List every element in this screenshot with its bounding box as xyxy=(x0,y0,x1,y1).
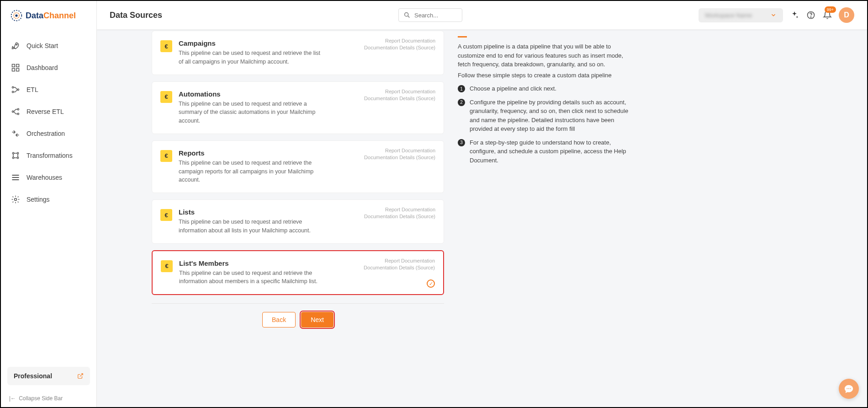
divider xyxy=(152,303,444,304)
pipeline-links: Report DocumentationDocumentation Detail… xyxy=(364,38,435,52)
back-button[interactable]: Back xyxy=(262,312,296,327)
collapse-sidebar[interactable]: |← Collapse Side Bar xyxy=(1,390,96,407)
pipeline-links: Report DocumentationDocumentation Detail… xyxy=(364,258,435,272)
pipeline-desc: This pipeline can be used to request and… xyxy=(179,100,325,125)
search-box[interactable] xyxy=(398,8,462,22)
step-number-icon: 3 xyxy=(458,139,465,146)
pipeline-desc: This pipeline can be used to request and… xyxy=(179,269,325,286)
rocket-icon xyxy=(11,41,20,50)
svg-point-13 xyxy=(12,111,14,112)
step-number-icon: 2 xyxy=(458,99,465,106)
doc-details-link[interactable]: Documentation Details (Source) xyxy=(364,44,435,51)
pipeline-desc: This pipeline can be used to request and… xyxy=(179,49,325,66)
report-doc-link[interactable]: Report Documentation xyxy=(364,38,435,44)
avatar[interactable]: D xyxy=(839,7,854,23)
report-doc-link[interactable]: Report Documentation xyxy=(364,206,435,213)
sidebar-item-label: Warehouses xyxy=(26,174,62,181)
search-input[interactable] xyxy=(414,12,457,19)
svg-point-16 xyxy=(12,157,14,158)
workspace-name: Workspace Name xyxy=(705,12,752,19)
svg-point-18 xyxy=(15,199,17,201)
external-link-icon xyxy=(77,373,84,379)
workspace-dropdown[interactable]: Workspace Name xyxy=(699,8,783,22)
report-doc-link[interactable]: Report Documentation xyxy=(364,258,435,264)
report-doc-link[interactable]: Report Documentation xyxy=(364,147,435,154)
sidebar-item-label: Settings xyxy=(26,196,50,203)
plan-box[interactable]: Professional xyxy=(7,367,90,385)
chat-icon xyxy=(844,384,854,394)
svg-rect-7 xyxy=(16,69,19,71)
logo[interactable]: DataChannel xyxy=(1,1,96,30)
collapse-label: Collapse Side Bar xyxy=(19,395,63,402)
help-steps: 1Choose a pipeline and click next.2Confi… xyxy=(458,84,631,165)
sidebar-item-orchestration[interactable]: Orchestration xyxy=(1,123,96,145)
help-title-cutoff xyxy=(458,31,631,33)
pipeline-card[interactable]: €CampaignsThis pipeline can be used to r… xyxy=(152,31,444,75)
reverse-icon xyxy=(11,107,20,116)
sidebar-item-reverse-etl[interactable]: Reverse ETL xyxy=(1,101,96,123)
sidebar-item-label: Dashboard xyxy=(26,64,58,71)
pipeline-card[interactable]: €ReportsThis pipeline can be used to req… xyxy=(152,140,444,193)
list-icon xyxy=(11,173,20,182)
step-number-icon: 1 xyxy=(458,85,465,92)
sidebar-item-transformations[interactable]: Transformations xyxy=(1,145,96,166)
nav: Quick Start Dashboard ETL Reverse ETL Or… xyxy=(1,30,96,362)
svg-point-24 xyxy=(850,388,851,389)
mailchimp-icon: € xyxy=(160,209,172,221)
svg-point-12 xyxy=(17,113,19,114)
sidebar-item-settings[interactable]: Settings xyxy=(1,188,96,210)
pipeline-card[interactable]: €List's MembersThis pipeline can be used… xyxy=(152,250,444,295)
svg-point-2 xyxy=(15,14,17,16)
next-button[interactable]: Next xyxy=(301,312,333,327)
chat-fab[interactable] xyxy=(839,379,859,399)
sidebar: DataChannel Quick Start Dashboard ETL Re… xyxy=(1,1,97,407)
sidebar-item-label: ETL xyxy=(26,86,38,93)
doc-details-link[interactable]: Documentation Details (Source) xyxy=(364,95,435,102)
notification-icon[interactable]: 99+ xyxy=(822,10,832,20)
svg-point-21 xyxy=(810,17,811,17)
help-step: 1Choose a pipeline and click next. xyxy=(458,84,631,93)
pipeline-links: Report DocumentationDocumentation Detail… xyxy=(364,147,435,161)
help-step: 2Configure the pipeline by providing det… xyxy=(458,98,631,134)
mailchimp-icon: € xyxy=(160,40,172,52)
pipeline-card[interactable]: €ListsThis pipeline can be used to reque… xyxy=(152,199,444,244)
help-intro-1: A custom pipeline is a data pipeline tha… xyxy=(458,42,631,69)
svg-point-11 xyxy=(17,108,19,110)
step-text: Configure the pipeline by providing deta… xyxy=(470,98,631,134)
logo-icon xyxy=(10,9,23,22)
actions: Back Next xyxy=(152,312,444,332)
pipeline-links: Report DocumentationDocumentation Detail… xyxy=(364,206,435,220)
selected-check-icon: ✓ xyxy=(427,279,435,288)
sidebar-item-label: Orchestration xyxy=(26,130,65,137)
svg-point-15 xyxy=(17,152,18,154)
svg-point-19 xyxy=(405,13,408,16)
main: Data Sources Workspace Name 99+ D xyxy=(97,1,867,407)
content: €CampaignsThis pipeline can be used to r… xyxy=(97,26,867,407)
notif-badge: 99+ xyxy=(825,6,836,13)
sidebar-item-label: Transformations xyxy=(26,152,73,159)
sidebar-item-etl[interactable]: ETL xyxy=(1,79,96,101)
doc-details-link[interactable]: Documentation Details (Source) xyxy=(364,154,435,161)
help-rule xyxy=(458,36,467,38)
doc-details-link[interactable]: Documentation Details (Source) xyxy=(364,213,435,220)
pipeline-card[interactable]: €AutomationsThis pipeline can be used to… xyxy=(152,81,444,134)
sidebar-item-quick-start[interactable]: Quick Start xyxy=(1,35,96,57)
step-text: For a step-by-step guide to understand h… xyxy=(470,138,631,165)
mailchimp-icon: € xyxy=(160,91,172,103)
sidebar-item-dashboard[interactable]: Dashboard xyxy=(1,57,96,79)
chevron-down-icon xyxy=(770,12,777,18)
sparkle-icon[interactable] xyxy=(789,10,799,20)
doc-details-link[interactable]: Documentation Details (Source) xyxy=(364,264,435,271)
collapse-icon: |← xyxy=(9,395,16,402)
topbar: Data Sources Workspace Name 99+ D xyxy=(97,1,867,30)
sidebar-item-label: Reverse ETL xyxy=(26,108,64,115)
report-doc-link[interactable]: Report Documentation xyxy=(364,88,435,95)
sidebar-item-warehouses[interactable]: Warehouses xyxy=(1,166,96,188)
svg-point-17 xyxy=(17,157,18,158)
svg-point-3 xyxy=(16,44,17,45)
help-panel: A custom pipeline is a data pipeline tha… xyxy=(453,26,640,398)
plan-label: Professional xyxy=(14,372,52,380)
help-intro-2: Follow these simple steps to create a cu… xyxy=(458,71,631,80)
transform-icon xyxy=(11,151,20,160)
help-icon[interactable] xyxy=(806,10,816,20)
